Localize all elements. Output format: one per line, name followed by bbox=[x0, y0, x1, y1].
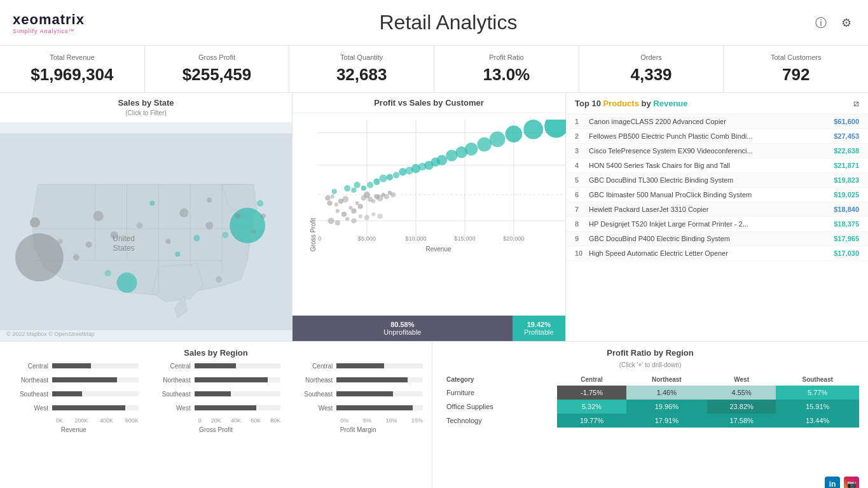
profit-vs-sales-panel: Profit vs Sales by Customer Gross Profit… bbox=[293, 93, 566, 341]
scatter-title: Profit vs Sales by Customer bbox=[293, 93, 565, 113]
product-revenue: $17,965 bbox=[824, 235, 859, 242]
rank: 3 bbox=[575, 147, 589, 155]
bar-fill bbox=[336, 391, 392, 396]
table-row: 8 HP Designjet T520 Inkjet Large Format … bbox=[566, 217, 868, 232]
svg-text:$10,000: $10,000 bbox=[405, 235, 426, 242]
product-name: Fellowes PB500 Electric Punch Plastic Co… bbox=[589, 132, 824, 140]
filter-settings-icon[interactable]: ⚙ bbox=[837, 14, 855, 32]
svg-point-79 bbox=[371, 213, 375, 216]
map-container[interactable]: United States bbox=[0, 123, 292, 341]
kpi-value-qty: 32,683 bbox=[296, 65, 427, 85]
value-cell: 19.96% bbox=[626, 400, 707, 414]
svg-point-56 bbox=[342, 196, 348, 202]
svg-point-75 bbox=[345, 217, 349, 221]
svg-point-103 bbox=[506, 125, 523, 143]
bar-label: West bbox=[9, 405, 52, 412]
svg-point-10 bbox=[15, 233, 64, 281]
bar-row: West bbox=[293, 403, 423, 412]
table-row: 7 Hewlett Packard LaserJet 3310 Copier $… bbox=[566, 202, 868, 217]
bar-track bbox=[195, 363, 281, 368]
product-name: GBC DocuBind P400 Electric Binding Syste… bbox=[589, 235, 824, 242]
top10-title: Top 10 Products by Revenue bbox=[575, 99, 688, 108]
info-icon[interactable]: ⓘ bbox=[812, 14, 830, 32]
svg-text:States: States bbox=[113, 244, 135, 253]
value-cell: 23.82% bbox=[707, 400, 776, 414]
bar-axis: 0K200K400K600K bbox=[9, 417, 139, 424]
profitable-pct: 19.42% bbox=[527, 321, 551, 328]
bar-fill bbox=[195, 405, 257, 410]
svg-point-11 bbox=[117, 272, 137, 293]
logo: xeomatrix Simplify Analytics™ bbox=[13, 11, 85, 34]
bar-group-profit_margin: Central Northeast Southeast West bbox=[293, 361, 423, 436]
kpi-label-revenue: Total Revenue bbox=[6, 53, 138, 61]
top10-table: 1 Canon imageCLASS 2200 Advanced Copier … bbox=[566, 115, 868, 341]
value-cell: -1.75% bbox=[557, 386, 626, 400]
bar-group-title: Profit Margin bbox=[293, 426, 423, 433]
table-row: 9 GBC DocuBind P400 Electric Binding Sys… bbox=[566, 232, 868, 246]
bar-row: Northeast bbox=[9, 375, 139, 384]
rank: 1 bbox=[575, 118, 589, 125]
bar-label: Northeast bbox=[151, 377, 195, 384]
table-header-row: CategoryCentralNortheastWestSoutheast bbox=[441, 373, 859, 386]
bar-row: Northeast bbox=[293, 375, 423, 384]
bar-track bbox=[336, 377, 423, 382]
svg-point-82 bbox=[344, 185, 350, 192]
bar-track bbox=[52, 391, 139, 396]
bar-fill bbox=[52, 391, 82, 396]
sales-by-region-panel: Sales by Region Central Northeast Southe… bbox=[0, 342, 432, 488]
product-name: HON 5400 Series Task Chairs for Big and … bbox=[589, 162, 824, 169]
kpi-label-customers: Total Customers bbox=[730, 53, 862, 61]
instagram-icon[interactable]: 📷 bbox=[844, 477, 859, 488]
profitable-bar: 19.42% Profitable bbox=[513, 316, 565, 341]
kpi-quantity: Total Quantity 32,683 bbox=[289, 46, 434, 92]
svg-point-16 bbox=[149, 201, 155, 206]
svg-point-27 bbox=[216, 276, 222, 282]
bar-row: West bbox=[151, 403, 281, 412]
linkedin-icon[interactable]: in bbox=[825, 477, 840, 488]
bar-row: Southeast bbox=[151, 389, 281, 398]
unprofitable-pct: 80.58% bbox=[390, 321, 414, 328]
unprofitable-bar: 80.58% Unprofitable bbox=[293, 316, 513, 341]
svg-point-52 bbox=[331, 195, 334, 199]
bar-track bbox=[52, 377, 139, 382]
value-cell: 17.91% bbox=[626, 414, 707, 428]
top10-header: Top 10 Products by Revenue ⧄ bbox=[566, 93, 868, 115]
svg-text:$5,000: $5,000 bbox=[358, 235, 376, 242]
svg-point-57 bbox=[336, 209, 340, 213]
bar-track bbox=[336, 405, 423, 410]
bar-track bbox=[195, 377, 281, 382]
scatter-chart: $10,000 $5,000 $0 ($5,000) $0 $5,000 $10… bbox=[318, 120, 566, 244]
product-revenue: $61,600 bbox=[824, 118, 859, 125]
kpi-label-gp: Gross Profit bbox=[151, 53, 283, 61]
kpi-label-orders: Orders bbox=[586, 53, 717, 61]
svg-point-84 bbox=[354, 182, 360, 188]
bar-fill bbox=[195, 391, 231, 396]
bar-row: West bbox=[9, 403, 139, 412]
filter-icon[interactable]: ⧄ bbox=[853, 98, 859, 109]
svg-point-74 bbox=[335, 220, 340, 225]
kpi-value-orders: 4,339 bbox=[586, 65, 717, 85]
kpi-value-gp: $255,459 bbox=[151, 65, 283, 85]
product-revenue: $18,375 bbox=[824, 220, 859, 228]
profit-ratio-subtitle: (Click '+' to drill-down) bbox=[441, 361, 859, 368]
svg-point-53 bbox=[327, 200, 332, 206]
bar-label: West bbox=[151, 405, 195, 412]
kpi-value-customers: 792 bbox=[730, 65, 862, 85]
bottom-row: Sales by Region Central Northeast Southe… bbox=[0, 341, 868, 488]
scatter-area: Gross Profit $10,000 $5,000 $0 ($5,000) bbox=[293, 113, 565, 316]
svg-point-104 bbox=[523, 120, 543, 139]
bar-group-revenue: Central Northeast Southeast West bbox=[9, 361, 139, 436]
bar-label: Central bbox=[9, 363, 52, 370]
bar-track bbox=[336, 391, 423, 396]
svg-point-58 bbox=[341, 212, 347, 217]
bar-fill bbox=[336, 377, 407, 382]
svg-point-91 bbox=[399, 168, 406, 176]
map-svg: United States bbox=[0, 123, 292, 341]
svg-point-73 bbox=[327, 218, 334, 224]
bar-row: Northeast bbox=[151, 375, 281, 384]
kpi-value-revenue: $1,969,304 bbox=[6, 65, 138, 85]
svg-point-88 bbox=[379, 174, 387, 182]
svg-point-102 bbox=[490, 131, 506, 147]
product-revenue: $21,871 bbox=[824, 162, 859, 169]
svg-point-18 bbox=[193, 235, 200, 241]
